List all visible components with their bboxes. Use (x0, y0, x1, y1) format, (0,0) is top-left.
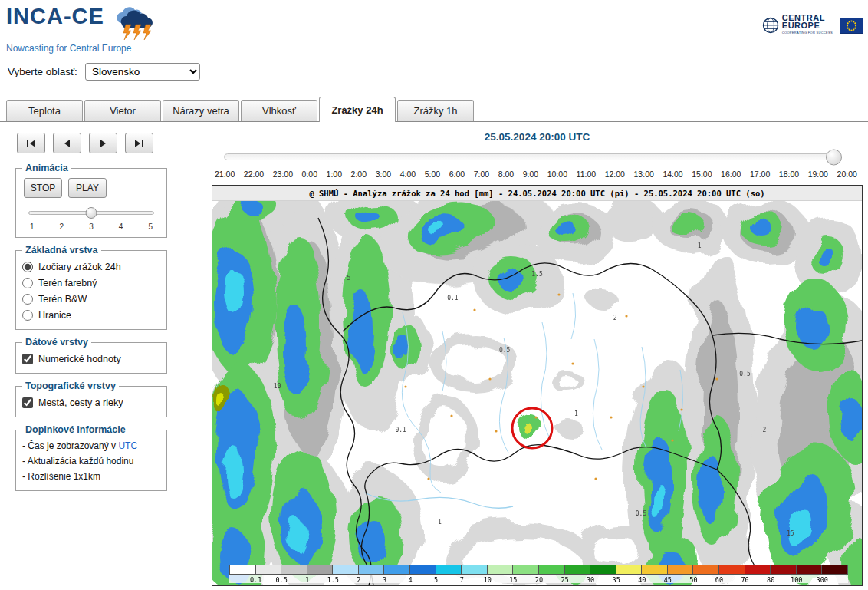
base-layer-option[interactable]: Terén farebný (22, 275, 160, 291)
speed-slider[interactable] (28, 207, 154, 219)
time-slider[interactable] (224, 153, 834, 160)
colorbar-segment-label: 0.5 (275, 576, 287, 584)
main-area: 25.05.2024 20:00 UTC 21:0022:0023:000:00… (212, 131, 868, 586)
tab[interactable]: Vietor (84, 100, 161, 121)
colorbar-segment-label: 1.5 (327, 576, 339, 584)
base-layer-radio[interactable] (22, 294, 33, 305)
precipitation-map: 0.10.511.520.510.10.52510115 @ SHMÚ - An… (212, 185, 863, 586)
topo-layer-option-label: Mestá, cesty a rieky (38, 397, 123, 408)
colorbar-segment: 80 (771, 565, 797, 574)
colorbar-segment: 30 (590, 565, 616, 574)
colorbar-segment: 15 (513, 565, 539, 574)
partner-logos: CENTRAL EUROPE COOPERATING FOR SUCCESS (762, 5, 865, 37)
data-layer-option-label: Numerické hodnoty (38, 354, 121, 364)
time-tick: 21:00 (215, 170, 235, 179)
play-button[interactable]: PLAY (68, 178, 107, 198)
data-layer-checkbox[interactable] (22, 354, 33, 364)
next-icon (98, 139, 108, 148)
base-layer-radio[interactable] (22, 262, 33, 272)
skip-to-end-icon (134, 139, 144, 148)
map-image (212, 186, 862, 585)
current-timestamp: 25.05.2024 20:00 UTC (212, 131, 863, 143)
time-slider-handle[interactable] (826, 149, 842, 165)
colorbar-segment-label: 25 (561, 576, 568, 584)
colorbar-segment: 20 (539, 565, 565, 574)
colorbar-segment-label: 2 (357, 576, 360, 584)
base-layer-option[interactable]: Izočiary zrážok 24h (22, 259, 160, 275)
time-tick: 10:00 (547, 170, 567, 179)
time-tick: 8:00 (498, 170, 514, 179)
utc-link[interactable]: UTC (118, 440, 137, 451)
speed-tick: 2 (60, 222, 64, 231)
tab[interactable]: Nárazy vetra (163, 100, 239, 121)
colorbar-segment: 25 (565, 565, 591, 574)
central-europe-logo: CENTRAL EUROPE COOPERATING FOR SUCCESS (762, 14, 833, 37)
time-tick: 5:00 (425, 170, 440, 179)
base-layer-radio[interactable] (22, 310, 33, 321)
ce-logo-tagline: COOPERATING FOR SUCCESS (782, 29, 833, 37)
info-legend: Doplnkové informácie (22, 424, 129, 435)
base-layer-option-label: Izočiary zrážok 24h (38, 262, 121, 272)
last-frame-button[interactable] (125, 133, 153, 153)
speed-tick-row: 12345 (30, 222, 153, 231)
data-layer-option[interactable]: Numerické hodnoty (22, 351, 160, 367)
colorbar-segment: 0.1 (256, 565, 282, 574)
colorbar-segment: 70 (745, 565, 771, 574)
colorbar-segment-label: 45 (664, 576, 672, 584)
speed-slider-handle[interactable] (86, 207, 97, 219)
time-tick: 14:00 (663, 170, 682, 179)
topo-layer-checkbox[interactable] (22, 397, 33, 408)
colorbar-segment: 35 (616, 565, 643, 574)
colorbar-segment: 1.5 (333, 565, 359, 574)
speed-tick: 3 (89, 222, 94, 231)
app-subtitle: Nowcasting for Central Europe (6, 43, 159, 54)
base-layer-radio[interactable] (22, 278, 33, 288)
colorbar: 0.1 0.5 1 1.5 2 3 4 5 (229, 565, 848, 583)
time-tick: 15:00 (692, 170, 712, 179)
tab[interactable]: Zrážky 1h (397, 100, 474, 121)
colorbar-segment-label: 70 (741, 576, 748, 584)
colorbar-segment-label: 4 (408, 576, 412, 584)
prev-frame-button[interactable] (53, 133, 81, 153)
colorbar-segments: 0.1 0.5 1 1.5 2 3 4 5 (229, 565, 848, 575)
colorbar-segment: 40 (642, 565, 668, 574)
next-frame-button[interactable] (89, 133, 117, 153)
speed-tick: 4 (119, 222, 123, 231)
colorbar-segment-label: 7 (460, 576, 464, 584)
previous-icon (62, 139, 72, 148)
colorbar-segment: 1 (307, 565, 334, 574)
colorbar-segment: 2 (359, 565, 385, 574)
colorbar-segment-label: 80 (767, 576, 774, 584)
app-title: INCA-CE (6, 5, 104, 28)
time-tick: 17:00 (750, 170, 770, 179)
base-layer-option[interactable]: Hranice (22, 307, 160, 323)
time-tick: 11:00 (577, 170, 597, 179)
base-layer-option[interactable]: Terén B&W (22, 291, 160, 307)
region-label: Vyberte oblasť: (8, 66, 77, 77)
info-line-time: - Čas je zobrazovaný v UTC (22, 438, 160, 453)
data-layers-legend: Dátové vrstvy (22, 337, 91, 348)
region-select[interactable]: Slovensko (85, 63, 200, 81)
time-tick: 16:00 (721, 170, 741, 179)
topo-layer-option[interactable]: Mestá, cesty a rieky (22, 394, 160, 410)
time-tick: 19:00 (808, 170, 828, 179)
stop-button[interactable]: STOP (24, 178, 62, 198)
base-layer-panel: Základná vrstva Izočiary zrážok 24h Teré… (15, 245, 167, 330)
eu-flag (840, 18, 863, 34)
globe-icon (762, 17, 779, 34)
colorbar-segment-label: 100 (791, 576, 802, 584)
tab[interactable]: Vlhkosť (241, 100, 317, 121)
colorbar-segment-label: 60 (715, 576, 723, 584)
first-frame-button[interactable] (17, 133, 45, 153)
colorbar-segment-label: 3 (383, 576, 386, 584)
tab[interactable]: Teplota (6, 100, 83, 121)
ce-logo-line2: EUROPE (782, 21, 833, 29)
time-tick: 4:00 (400, 170, 416, 179)
colorbar-segment: 10 (488, 565, 514, 574)
topo-layers-legend: Topografické vrstvy (22, 381, 119, 391)
brand: INCA-CE Nowcasting for Central Europe (6, 5, 159, 54)
region-selector-row: Vyberte oblasť: Slovensko (8, 63, 868, 81)
tab[interactable]: Zrážky 24h (319, 97, 396, 122)
colorbar-segment-label: 20 (535, 576, 543, 584)
colorbar-segment: 50 (693, 565, 719, 574)
